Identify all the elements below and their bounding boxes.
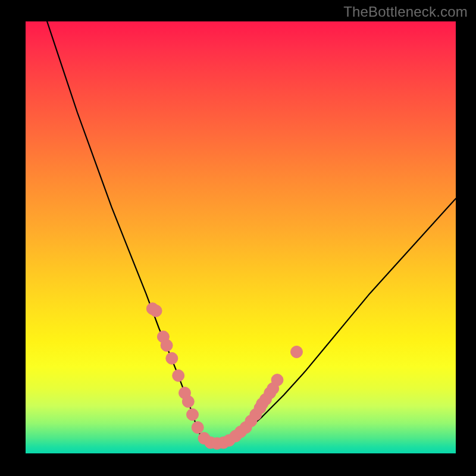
scatter-markers [146, 303, 302, 450]
bottleneck-curve-line [47, 21, 456, 445]
scatter-marker [173, 369, 184, 381]
scatter-marker [291, 346, 303, 358]
curve-svg [26, 21, 456, 453]
scatter-marker [150, 305, 162, 317]
scatter-marker [192, 421, 203, 433]
watermark-text: TheBottleneck.com [343, 4, 468, 20]
chart-container: TheBottleneck.com [0, 0, 476, 476]
plot-area [26, 21, 456, 453]
scatter-marker [187, 409, 199, 421]
scatter-marker [182, 396, 194, 408]
scatter-marker [271, 374, 283, 386]
scatter-marker [161, 340, 173, 352]
scatter-marker [166, 352, 178, 364]
